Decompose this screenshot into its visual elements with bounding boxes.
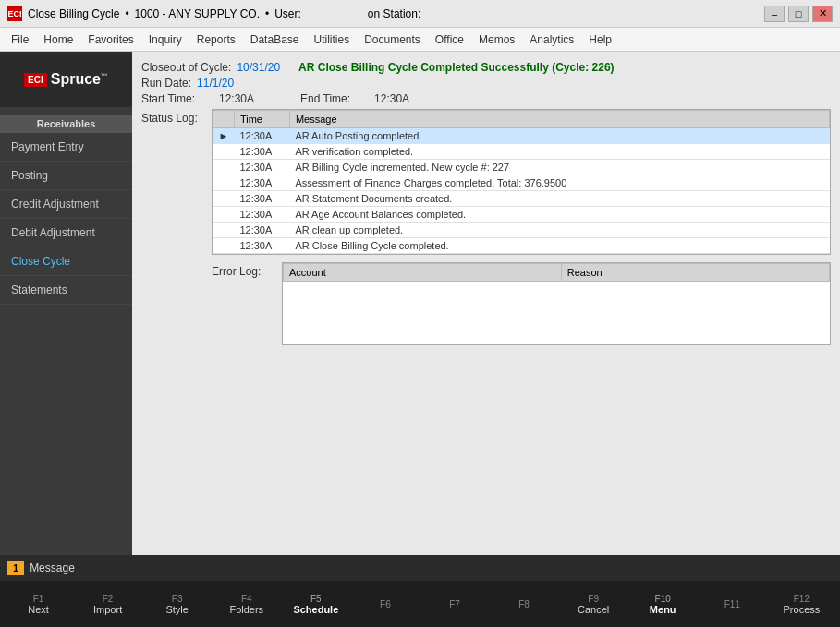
status-log-row[interactable]: 12:30A AR verification completed.: [213, 144, 830, 160]
arrow-header: [213, 111, 235, 128]
status-log-row[interactable]: 12:30A AR clean up completed.: [213, 223, 830, 238]
status-log-row[interactable]: 12:30A AR Close Billing Cycle completed.: [213, 238, 830, 254]
error-log-header: Account Reason: [284, 264, 830, 282]
menu-memos[interactable]: Memos: [471, 30, 522, 49]
eci-logo: ECI: [24, 73, 47, 87]
sidebar-item-posting[interactable]: Posting: [0, 162, 132, 190]
fkey-f5[interactable]: F5 Schedule: [290, 594, 341, 615]
menu-favorites[interactable]: Favorites: [80, 30, 140, 49]
row-time: 12:30A: [234, 160, 289, 175]
fkey-f12[interactable]: F12 Process: [776, 594, 827, 615]
maximize-button[interactable]: □: [788, 6, 809, 22]
row-message: AR verification completed.: [289, 144, 829, 160]
row-message: Assessment of Finance Charges completed.…: [289, 175, 829, 191]
status-log-row[interactable]: 12:30A Assessment of Finance Charges com…: [213, 175, 830, 191]
fkey-f3[interactable]: F3 Style: [152, 594, 202, 615]
sidebar-logo: ECI Spruce™: [0, 52, 132, 107]
time-row: Start Time: 12:30A End Time: 12:30A: [141, 92, 831, 105]
row-message: AR Billing Cycle incremented. New cycle …: [289, 160, 829, 175]
status-log-row[interactable]: 12:30A AR Statement Documents created.: [213, 191, 830, 207]
row-message: AR clean up completed.: [289, 223, 829, 238]
status-log-table-wrap: Time Message ► 12:30A AR Auto Posting co…: [212, 109, 831, 345]
sidebar: ECI Spruce™ Receivables Payment Entry Po…: [0, 52, 132, 555]
rundate-label: Run Date:: [141, 77, 191, 90]
menu-file[interactable]: File: [4, 30, 36, 49]
spruce-logo: Spruce™: [51, 71, 108, 88]
message-col-header: Message: [289, 111, 829, 128]
status-log-row[interactable]: 12:30A AR Billing Cycle incremented. New…: [213, 160, 830, 175]
sidebar-item-close-cycle[interactable]: Close Cycle: [0, 247, 132, 276]
menu-bar: File Home Favorites Inquiry Reports Data…: [0, 28, 840, 52]
error-log-row: Error Log: Account Reason: [212, 262, 831, 345]
status-log-table: Time Message ► 12:30A AR Auto Posting co…: [213, 110, 830, 254]
menu-office[interactable]: Office: [428, 30, 471, 49]
error-log-table: Account Reason: [283, 263, 830, 282]
status-bar: 1 Message: [0, 555, 840, 581]
fkey-f10[interactable]: F10 Menu: [638, 594, 688, 615]
row-time: 12:30A: [234, 175, 289, 191]
menu-reports[interactable]: Reports: [189, 30, 243, 49]
status-log-body: ► 12:30A AR Auto Posting completed 12:30…: [213, 128, 830, 254]
fkey-bar: F1 Next F2 Import F3 Style F4 Folders F5…: [0, 581, 840, 627]
menu-home[interactable]: Home: [36, 30, 80, 49]
row-time: 12:30A: [234, 144, 289, 160]
error-log-label: Error Log:: [212, 265, 276, 278]
content-area: Closeout of Cycle: 10/31/20 AR Close Bil…: [132, 52, 840, 555]
row-arrow: [213, 175, 235, 191]
sidebar-nav: Payment Entry Posting Credit Adjustment …: [0, 133, 132, 555]
status-log-section: Status Log: Time Message ► 12:30A: [141, 109, 831, 345]
row-arrow: [213, 223, 235, 238]
row-message: AR Statement Documents created.: [289, 191, 829, 207]
minimize-button[interactable]: –: [764, 6, 785, 22]
fkey-f4[interactable]: F4 Folders: [221, 594, 272, 615]
menu-analytics[interactable]: Analytics: [522, 30, 581, 49]
status-log-row[interactable]: ► 12:30A AR Auto Posting completed: [213, 128, 830, 144]
status-log-header: Time Message: [213, 111, 830, 128]
menu-help[interactable]: Help: [581, 30, 619, 49]
fkey-f7[interactable]: F7: [430, 599, 481, 609]
starttime-label: Start Time:: [141, 92, 195, 105]
fkey-f1[interactable]: F1 Next: [13, 594, 64, 615]
row-message: AR Close Billing Cycle completed.: [289, 238, 829, 254]
row-time: 12:30A: [234, 191, 289, 207]
success-message: AR Close Billing Cycle Completed Success…: [298, 61, 614, 74]
title-bar: ECI Close Billing Cycle • 1000 - ANY SUP…: [0, 0, 840, 28]
close-button[interactable]: ✕: [812, 6, 833, 22]
main-layout: ECI Spruce™ Receivables Payment Entry Po…: [0, 52, 840, 555]
status-message-text: Message: [30, 561, 75, 574]
endtime-value: 12:30A: [374, 92, 409, 105]
starttime-value: 12:30A: [219, 92, 254, 105]
fkey-f11[interactable]: F11: [707, 599, 758, 609]
fkey-f9[interactable]: F9 Cancel: [568, 594, 619, 615]
error-log-container: Account Reason: [282, 262, 831, 345]
rundate-row: Run Date: 11/1/20: [141, 77, 831, 90]
row-arrow: [213, 144, 235, 160]
status-badge-number: 1: [7, 561, 24, 575]
sidebar-item-statements[interactable]: Statements: [0, 276, 132, 305]
station-label: on Station:: [368, 7, 420, 20]
row-time: 12:30A: [234, 238, 289, 254]
sidebar-section-label: Receivables: [0, 115, 132, 133]
row-message: AR Age Account Balances completed.: [289, 207, 829, 223]
app-icon: ECI: [7, 6, 22, 21]
row-arrow: [213, 238, 235, 254]
reason-col-header: Reason: [561, 264, 829, 282]
status-log-row[interactable]: 12:30A AR Age Account Balances completed…: [213, 207, 830, 223]
row-time: 12:30A: [234, 223, 289, 238]
fkey-f6[interactable]: F6: [359, 599, 410, 609]
sidebar-item-payment-entry[interactable]: Payment Entry: [0, 133, 132, 162]
menu-database[interactable]: DataBase: [243, 30, 307, 49]
fkey-f8[interactable]: F8: [499, 599, 550, 609]
menu-inquiry[interactable]: Inquiry: [141, 30, 189, 49]
user-label: User:: [274, 7, 301, 20]
endtime-label: End Time:: [300, 92, 350, 105]
company-name: 1000 - ANY SUPPLY CO.: [135, 7, 260, 20]
row-arrow: [213, 207, 235, 223]
sidebar-item-debit-adjustment[interactable]: Debit Adjustment: [0, 219, 132, 247]
status-log-container: Time Message ► 12:30A AR Auto Posting co…: [212, 109, 831, 255]
menu-documents[interactable]: Documents: [357, 30, 428, 49]
row-message: AR Auto Posting completed: [289, 128, 829, 144]
sidebar-item-credit-adjustment[interactable]: Credit Adjustment: [0, 190, 132, 219]
fkey-f2[interactable]: F2 Import: [82, 594, 133, 615]
menu-utilities[interactable]: Utilities: [306, 30, 357, 49]
